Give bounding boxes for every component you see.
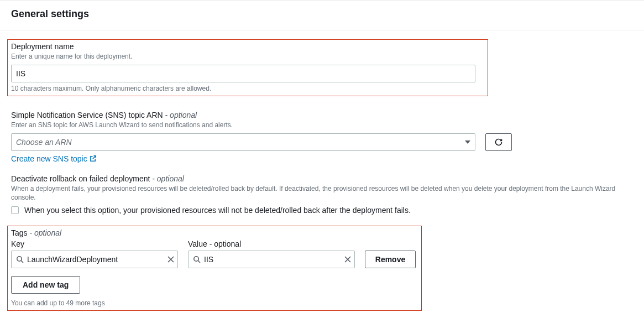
- svg-point-0: [17, 257, 22, 261]
- create-sns-topic-link[interactable]: Create new SNS topic: [11, 154, 97, 163]
- deployment-name-hint: 10 characters maximum. Only alphanumeric…: [11, 85, 484, 92]
- add-new-tag-button[interactable]: Add new tag: [11, 276, 80, 294]
- search-icon: [16, 256, 24, 263]
- create-sns-link-text: Create new SNS topic: [11, 154, 87, 163]
- tags-value-header: Value - optional: [188, 239, 365, 248]
- deployment-name-input[interactable]: [11, 65, 475, 82]
- tags-label-text: Tags: [11, 228, 28, 237]
- tags-hint: You can add up to 49 more tags: [11, 299, 418, 307]
- page-title: General settings: [11, 8, 633, 20]
- sns-optional-text: - optional: [163, 111, 197, 119]
- deployment-name-desc: Enter a unique name for this deployment.: [11, 52, 484, 61]
- sns-arn-select[interactable]: Choose an ARN: [11, 133, 475, 151]
- tags-optional-text: - optional: [28, 228, 61, 237]
- tags-group: Tags - optional Key Value - optional: [7, 226, 422, 311]
- tags-value-header-text: Value: [188, 239, 207, 248]
- search-icon: [193, 256, 201, 263]
- tag-row: Remove: [11, 251, 418, 268]
- tags-label: Tags - optional: [11, 228, 418, 237]
- sns-group: Simple Notification Service (SNS) topic …: [11, 111, 633, 163]
- tags-key-header: Key: [11, 239, 188, 248]
- sns-desc: Enter an SNS topic for AWS Launch Wizard…: [11, 121, 633, 130]
- tags-value-optional-text: - optional: [207, 239, 241, 248]
- svg-point-1: [194, 257, 198, 261]
- tag-key-input[interactable]: [27, 255, 164, 264]
- rollback-checkbox[interactable]: [11, 206, 19, 214]
- refresh-icon: [494, 138, 503, 147]
- caret-down-icon: [465, 140, 470, 144]
- rollback-label-text: Deactivate rollback on failed deployment: [11, 174, 150, 183]
- tag-value-input[interactable]: [204, 255, 341, 264]
- external-link-icon: [90, 155, 97, 162]
- remove-tag-button[interactable]: Remove: [365, 251, 416, 268]
- sns-select-placeholder: Choose an ARN: [16, 138, 72, 147]
- sns-label: Simple Notification Service (SNS) topic …: [11, 111, 633, 119]
- tag-key-input-wrap[interactable]: [11, 251, 178, 268]
- sns-label-text: Simple Notification Service (SNS) topic …: [11, 111, 163, 119]
- deployment-name-group: Deployment name Enter a unique name for …: [7, 39, 488, 96]
- deployment-name-label: Deployment name: [11, 42, 484, 51]
- tag-value-input-wrap[interactable]: [188, 251, 355, 268]
- clear-icon[interactable]: [167, 256, 174, 263]
- rollback-group: Deactivate rollback on failed deployment…: [11, 174, 633, 215]
- rollback-optional-text: - optional: [150, 174, 184, 183]
- rollback-desc: When a deployment fails, your provisione…: [11, 184, 633, 203]
- rollback-checkbox-label: When you select this option, your provis…: [24, 206, 411, 215]
- clear-icon[interactable]: [344, 256, 351, 263]
- rollback-label: Deactivate rollback on failed deployment…: [11, 174, 633, 183]
- refresh-button[interactable]: [485, 133, 512, 151]
